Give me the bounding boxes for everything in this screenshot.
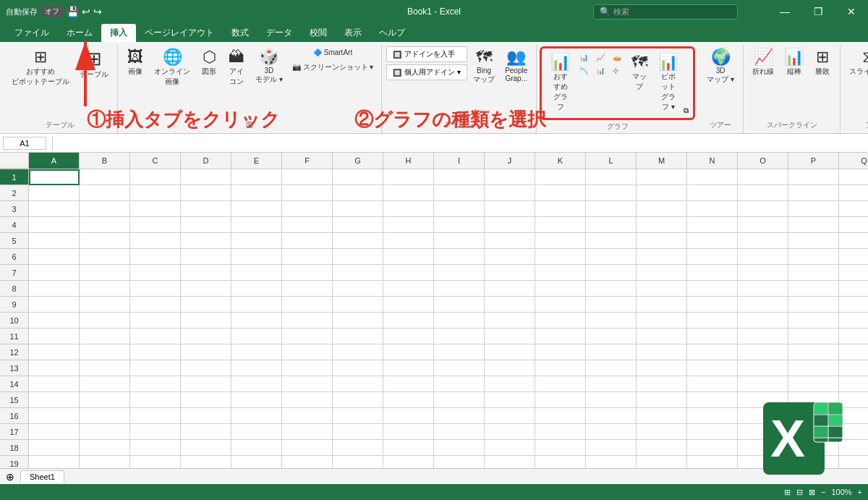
cell-A3[interactable] bbox=[29, 201, 80, 217]
cell-A14[interactable] bbox=[29, 376, 80, 392]
cell-P14[interactable] bbox=[788, 376, 839, 392]
cell-F10[interactable] bbox=[282, 313, 333, 329]
pivot-chart-button[interactable]: 📊 ピボットグラフ ▾ bbox=[654, 51, 682, 115]
cell-L5[interactable] bbox=[586, 233, 637, 249]
cell-Q9[interactable] bbox=[839, 297, 868, 313]
cell-I5[interactable] bbox=[434, 233, 485, 249]
cell-P5[interactable] bbox=[788, 233, 839, 249]
cell-M14[interactable] bbox=[637, 376, 687, 392]
cell-Q12[interactable] bbox=[839, 344, 868, 360]
cell-G17[interactable] bbox=[333, 424, 383, 440]
cell-D13[interactable] bbox=[181, 360, 231, 376]
col-header-k[interactable]: K bbox=[535, 153, 586, 169]
cell-M1[interactable] bbox=[637, 169, 687, 185]
cell-L17[interactable] bbox=[586, 424, 637, 440]
screenshot-button[interactable]: 📷 スクリーンショット ▾ bbox=[289, 60, 378, 75]
cell-P10[interactable] bbox=[788, 313, 839, 329]
cell-N2[interactable] bbox=[687, 185, 738, 201]
cell-A8[interactable] bbox=[29, 281, 80, 297]
cell-H1[interactable] bbox=[383, 169, 434, 185]
tab-page-layout[interactable]: ページレイアウト bbox=[136, 24, 223, 42]
cell-C7[interactable] bbox=[130, 265, 181, 281]
cell-G13[interactable] bbox=[333, 360, 383, 376]
cell-O10[interactable] bbox=[738, 313, 788, 329]
scatter-chart-button[interactable]: ⊹ bbox=[609, 64, 622, 77]
cell-F11[interactable] bbox=[282, 329, 333, 344]
cell-G10[interactable] bbox=[333, 313, 383, 329]
add-sheet-button[interactable]: ⊕ bbox=[6, 471, 14, 483]
cell-F14[interactable] bbox=[282, 376, 333, 392]
cell-K10[interactable] bbox=[535, 313, 586, 329]
cell-F6[interactable] bbox=[282, 249, 333, 265]
cell-P12[interactable] bbox=[788, 344, 839, 360]
cell-D18[interactable] bbox=[181, 440, 231, 456]
cell-F17[interactable] bbox=[282, 424, 333, 440]
cell-J8[interactable] bbox=[485, 281, 535, 297]
cell-Q13[interactable] bbox=[839, 360, 868, 376]
cell-N8[interactable] bbox=[687, 281, 738, 297]
cell-N4[interactable] bbox=[687, 217, 738, 233]
cell-D12[interactable] bbox=[181, 344, 231, 360]
cell-E18[interactable] bbox=[231, 440, 282, 456]
view-layout-icon[interactable]: ⊟ bbox=[796, 488, 803, 497]
cell-Q6[interactable] bbox=[839, 249, 868, 265]
cell-K8[interactable] bbox=[535, 281, 586, 297]
cell-D6[interactable] bbox=[181, 249, 231, 265]
cell-G1[interactable] bbox=[333, 169, 383, 185]
autosave-toggle[interactable]: オフ bbox=[41, 6, 64, 17]
line-chart-button[interactable]: 📈 bbox=[592, 51, 608, 64]
col-header-h[interactable]: H bbox=[383, 153, 434, 169]
col-header-o[interactable]: O bbox=[738, 153, 788, 169]
online-image-button[interactable]: 🌐 オンライン画像 bbox=[150, 46, 195, 90]
cell-H12[interactable] bbox=[383, 344, 434, 360]
cell-H17[interactable] bbox=[383, 424, 434, 440]
cell-H13[interactable] bbox=[383, 360, 434, 376]
row-header-18[interactable]: 18 bbox=[0, 440, 29, 456]
cell-A6[interactable] bbox=[29, 249, 80, 265]
sparkline-line-button[interactable]: 📈 折れ線 bbox=[748, 46, 778, 80]
cell-G8[interactable] bbox=[333, 281, 383, 297]
row-header-9[interactable]: 9 bbox=[0, 297, 29, 313]
cell-O13[interactable] bbox=[738, 360, 788, 376]
cell-H15[interactable] bbox=[383, 392, 434, 408]
cell-I17[interactable] bbox=[434, 424, 485, 440]
col-header-f[interactable]: F bbox=[282, 153, 333, 169]
row-header-7[interactable]: 7 bbox=[0, 265, 29, 281]
cell-B6[interactable] bbox=[80, 249, 130, 265]
cell-H8[interactable] bbox=[383, 281, 434, 297]
cell-A1[interactable] bbox=[29, 169, 80, 185]
slicer-button[interactable]: ⧖ スライサー bbox=[845, 46, 868, 80]
col-header-q[interactable]: Q bbox=[839, 153, 868, 169]
close-button[interactable]: ✕ bbox=[835, 0, 868, 23]
cell-A7[interactable] bbox=[29, 265, 80, 281]
cell-F8[interactable] bbox=[282, 281, 333, 297]
cell-H3[interactable] bbox=[383, 201, 434, 217]
cell-I12[interactable] bbox=[434, 344, 485, 360]
cell-D11[interactable] bbox=[181, 329, 231, 344]
cell-Q11[interactable] bbox=[839, 329, 868, 344]
recommended-charts-button[interactable]: 📊 おすすめグラフ bbox=[546, 51, 574, 115]
cell-F13[interactable] bbox=[282, 360, 333, 376]
row-header-6[interactable]: 6 bbox=[0, 249, 29, 265]
cell-G4[interactable] bbox=[333, 217, 383, 233]
cell-O14[interactable] bbox=[738, 376, 788, 392]
cell-E9[interactable] bbox=[231, 297, 282, 313]
cell-G18[interactable] bbox=[333, 440, 383, 456]
cell-I18[interactable] bbox=[434, 440, 485, 456]
area-chart-button[interactable]: 📊 bbox=[592, 64, 608, 77]
cell-K1[interactable] bbox=[535, 169, 586, 185]
cell-G6[interactable] bbox=[333, 249, 383, 265]
redo-icon[interactable]: ↪ bbox=[93, 6, 102, 17]
cell-L1[interactable] bbox=[586, 169, 637, 185]
cell-K9[interactable] bbox=[535, 297, 586, 313]
zoom-in-icon[interactable]: + bbox=[858, 488, 862, 496]
cell-C10[interactable] bbox=[130, 313, 181, 329]
bar-chart-button[interactable]: 📉 bbox=[576, 64, 592, 77]
tab-formulas[interactable]: 数式 bbox=[223, 24, 258, 42]
cell-B9[interactable] bbox=[80, 297, 130, 313]
cell-E17[interactable] bbox=[231, 424, 282, 440]
cell-D15[interactable] bbox=[181, 392, 231, 408]
icon-button[interactable]: 🏔 アイコン bbox=[224, 46, 250, 90]
row-header-4[interactable]: 4 bbox=[0, 217, 29, 233]
cell-I2[interactable] bbox=[434, 185, 485, 201]
